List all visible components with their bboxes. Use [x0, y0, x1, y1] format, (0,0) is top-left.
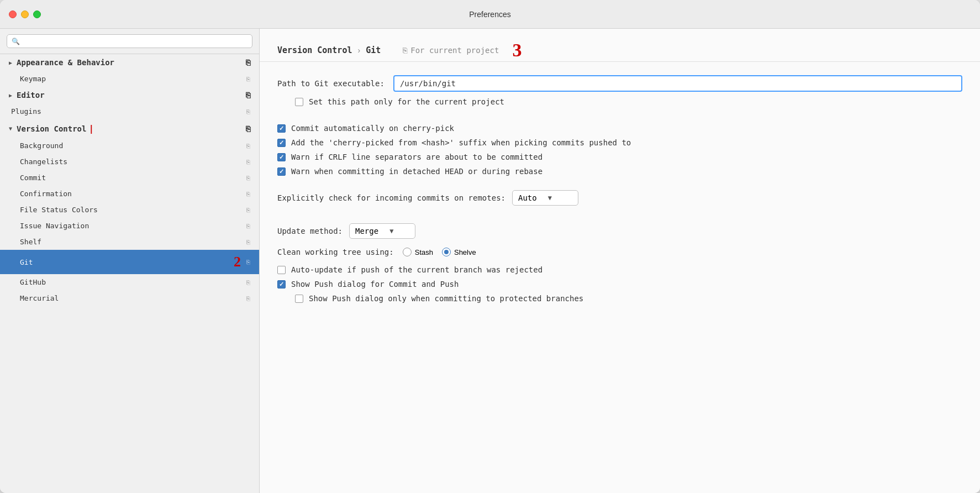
sidebar: 🔍 ▶ Appearance & Behavior ⎘ Keymap ⎘ ▶ E…	[0, 29, 260, 493]
path-label: Path to Git executable:	[277, 79, 384, 88]
sidebar-item-versioncontrol[interactable]: ▼ Version Control | ⎘	[0, 119, 259, 138]
copy-icon-github: ⎘	[246, 279, 250, 286]
incoming-commits-value: Auto	[518, 193, 537, 202]
titlebar: Preferences	[0, 0, 980, 29]
radio-stash[interactable]: Stash	[403, 248, 433, 256]
copy-icon-editor: ⎘	[246, 91, 250, 99]
sidebar-item-filestatuscolors[interactable]: File Status Colors ⎘	[0, 202, 259, 218]
checkbox-cherry-pick[interactable]	[277, 124, 286, 133]
checkbox-row-cherry-pick: Commit automatically on cherry-pick	[277, 124, 962, 133]
sidebar-item-label: Appearance & Behavior	[17, 58, 114, 67]
sidebar-item-right: 2 ⎘	[234, 254, 250, 270]
sidebar-item-keymap[interactable]: Keymap ⎘	[0, 71, 259, 87]
breadcrumb-separator: ›	[357, 46, 360, 55]
close-button[interactable]	[9, 11, 17, 18]
sidebar-item-confirmation[interactable]: Confirmation ⎘	[0, 186, 259, 202]
traffic-lights	[9, 11, 41, 18]
sidebar-item-label: Keymap	[20, 75, 46, 83]
checkbox-show-push[interactable]	[277, 280, 286, 289]
annotation-2: 2	[234, 254, 241, 270]
update-method-value: Merge	[355, 227, 378, 235]
copy-small-icon: ⎘	[403, 46, 407, 55]
sidebar-item-issuenavigation[interactable]: Issue Navigation ⎘	[0, 218, 259, 234]
checkbox-row-show-push: Show Push dialog for Commit and Push	[277, 280, 962, 289]
checkbox-label-auto-update: Auto-update if push of the current branc…	[291, 265, 542, 274]
set-path-checkbox[interactable]	[295, 98, 303, 106]
sidebar-item-plugins[interactable]: Plugins ⎘	[0, 103, 259, 119]
copy-icon-issuenavigation: ⎘	[246, 223, 250, 229]
panel-body: Path to Git executable: Set this path on…	[260, 62, 980, 322]
breadcrumb: Version Control › Git	[277, 45, 381, 55]
sidebar-item-editor[interactable]: ▶ Editor ⎘	[0, 87, 259, 103]
sidebar-item-commit[interactable]: Commit ⎘	[0, 170, 259, 186]
sidebar-item-github[interactable]: GitHub ⎘	[0, 274, 259, 290]
incoming-commits-dropdown[interactable]: Auto ▼	[512, 190, 578, 206]
maximize-button[interactable]	[33, 11, 41, 18]
copy-icon-commit: ⎘	[246, 175, 250, 181]
checkbox-row-push-protected: Show Push dialog only when committing to…	[277, 294, 962, 303]
copy-icon-filestatuscolors: ⎘	[246, 207, 250, 213]
update-method-dropdown[interactable]: Merge ▼	[349, 223, 415, 239]
sidebar-item-label: Shelf	[20, 238, 41, 246]
breadcrumb-part2: Git	[366, 45, 381, 55]
sidebar-item-changelists[interactable]: Changelists ⎘	[0, 154, 259, 170]
copy-icon-changelists: ⎘	[246, 159, 250, 165]
set-path-label: Set this path only for the current proje…	[309, 97, 504, 106]
path-input[interactable]	[393, 75, 962, 92]
breadcrumb-part1: Version Control	[277, 45, 352, 55]
copy-icon-git: ⎘	[246, 259, 250, 265]
checkbox-row-warn-crlf: Warn if CRLF line separators are about t…	[277, 153, 962, 161]
version-control-badge: |	[88, 123, 94, 134]
sidebar-item-label: Commit	[20, 174, 46, 182]
clean-working-tree-label: Clean working tree using:	[277, 248, 394, 256]
checkbox-label-push-protected: Show Push dialog only when committing to…	[309, 294, 583, 303]
copy-icon-mercurial: ⎘	[246, 295, 250, 302]
checkbox-label-warn-detached: Warn when committing in detached HEAD or…	[291, 167, 542, 176]
checkbox-cherry-picked-suffix[interactable]	[277, 139, 286, 147]
copy-icon-appearance: ⎘	[246, 58, 250, 67]
radio-stash-btn[interactable]	[403, 248, 412, 256]
copy-icon-keymap: ⎘	[246, 76, 250, 82]
sidebar-item-mercurial[interactable]: Mercurial ⎘	[0, 290, 259, 306]
checkbox-row-cherry-picked-suffix: Add the 'cherry-picked from <hash>' suff…	[277, 138, 962, 147]
for-current-project: ⎘ For current project	[403, 46, 499, 55]
incoming-commits-row: Explicitly check for incoming commits on…	[277, 190, 962, 206]
checkbox-label-warn-crlf: Warn if CRLF line separators are about t…	[291, 153, 542, 161]
checkbox-warn-crlf[interactable]	[277, 153, 286, 161]
copy-icon-background: ⎘	[246, 143, 250, 149]
checkbox-push-protected[interactable]	[295, 295, 303, 303]
checkbox-auto-update[interactable]	[277, 266, 286, 274]
expand-icon: ▶	[9, 60, 12, 66]
sidebar-item-label: GitHub	[20, 278, 46, 286]
sidebar-item-background[interactable]: Background ⎘	[0, 138, 259, 154]
main-panel: Version Control › Git ⎘ For current proj…	[260, 29, 980, 493]
sidebar-item-git[interactable]: Git 2 ⎘	[0, 250, 259, 274]
sidebar-item-label: Issue Navigation	[20, 222, 89, 230]
checkbox-row-warn-detached: Warn when committing in detached HEAD or…	[277, 167, 962, 176]
sidebar-item-label: Version Control	[17, 124, 86, 133]
radio-shelve[interactable]: Shelve	[442, 248, 476, 256]
minimize-button[interactable]	[21, 11, 29, 18]
copy-icon-vc: ⎘	[246, 124, 250, 133]
checkbox-warn-detached[interactable]	[277, 167, 286, 176]
search-icon: 🔍	[12, 38, 20, 45]
expand-icon: ▼	[9, 125, 12, 132]
search-input-wrapper[interactable]: 🔍	[7, 34, 252, 48]
panel-header: Version Control › Git ⎘ For current proj…	[260, 29, 980, 62]
radio-shelve-btn[interactable]	[442, 248, 451, 256]
sidebar-item-shelf[interactable]: Shelf ⎘	[0, 234, 259, 250]
sidebar-item-label: Git	[20, 258, 33, 266]
sidebar-item-appearance[interactable]: ▶ Appearance & Behavior ⎘	[0, 54, 259, 71]
annotation-3: 3	[512, 41, 521, 60]
search-input[interactable]	[22, 37, 247, 45]
expand-icon: ▶	[9, 92, 12, 98]
sidebar-item-label: Confirmation	[20, 190, 72, 198]
clean-working-tree-row: Clean working tree using: Stash Shelve	[277, 248, 962, 256]
dropdown-arrow-icon: ▼	[548, 194, 552, 202]
preferences-window: Preferences 🔍 ▶ Appearance & Behavior ⎘ …	[0, 0, 980, 493]
sidebar-item-label: Plugins	[11, 107, 41, 116]
incoming-commits-label: Explicitly check for incoming commits on…	[277, 193, 505, 202]
sidebar-item-label: File Status Colors	[20, 206, 98, 214]
path-row: Path to Git executable:	[277, 75, 962, 92]
checkbox-label-cherry-pick: Commit automatically on cherry-pick	[291, 124, 454, 133]
